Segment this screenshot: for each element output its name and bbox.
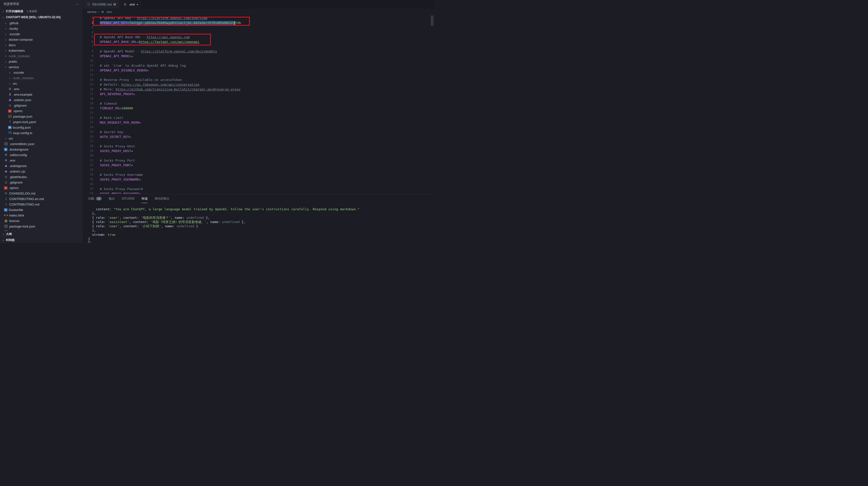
tree-file-tsconfig-json[interactable]: TStsconfig.json	[0, 125, 83, 130]
terminal-output[interactable]: content: "You are ChatGPT, a large langu…	[83, 203, 434, 243]
tree-file-dockerfile[interactable]: DDockerfile	[0, 207, 83, 212]
outline-section-header[interactable]: › 大纲	[0, 231, 83, 237]
code-line[interactable]: 3	[83, 25, 434, 30]
tree-file--commitlintrc-json[interactable]: {}.commitlintrc.json	[0, 141, 83, 147]
tree-file-contributing-en-md[interactable]: ↓CONTRIBUTING.en.md	[0, 196, 83, 202]
code-line[interactable]: 31# Socks Proxy Port	[83, 158, 434, 163]
code-line[interactable]: 6OPENAI_API_BASE_URL=https://fastgpt.run…	[83, 39, 434, 44]
code-line[interactable]: 26AUTH_SECRET_KEY=	[83, 134, 434, 139]
panel-tab-gitlens[interactable]: GITLENS	[122, 194, 134, 203]
tree-file--eslintrc-cjs[interactable]: ◆.eslintrc.cjs	[0, 169, 83, 174]
code-segment: # Socks Proxy Port	[100, 159, 135, 162]
panel-tab--[interactable]: 终端	[142, 194, 148, 203]
tree-file-package-json[interactable]: {}package.json	[0, 229, 83, 231]
code-line[interactable]: 21	[83, 111, 434, 115]
tree-file--gitattributes[interactable]: ◇.gitattributes	[0, 174, 83, 179]
code-line[interactable]: 2OPENAI_API_KEY=fastgpt-y6b3axfbdd5wyp01…	[83, 21, 434, 25]
project-root-header[interactable]: › CHATGPT-WEB [WSL: UBUNTU-22.04]	[0, 14, 83, 20]
code-line[interactable]: 33	[83, 168, 434, 172]
timeline-section-header[interactable]: › 时间线	[0, 237, 83, 243]
tree-file-changelog-md[interactable]: ↻CHANGELOG.md	[0, 191, 83, 196]
tree-file-package-lock-json[interactable]: {}package-lock.json	[0, 224, 83, 229]
tree-folder-src[interactable]: ›src	[0, 81, 83, 86]
code-line[interactable]: 13	[83, 73, 434, 78]
code-line[interactable]: 14# Reverse Proxy - Available on accessT…	[83, 78, 434, 82]
code-line[interactable]: 35SOCKS_PROXY_USERNAME=	[83, 177, 434, 182]
code-line[interactable]: 37# Socks Proxy Password	[83, 187, 434, 191]
panel-tab--[interactable]: 问题16	[88, 194, 102, 203]
code-line[interactable]: 8# OpenAI API Model - https://platform.o…	[83, 49, 434, 54]
code-line[interactable]: 4	[83, 30, 434, 35]
tree-folder-docker-compose[interactable]: ›docker-compose	[0, 37, 83, 42]
code-line[interactable]: 24	[83, 125, 434, 130]
code-line[interactable]: 20TIMEOUT_MS=100000	[83, 106, 434, 111]
tree-folder-public[interactable]: ›public	[0, 59, 83, 64]
dirty-indicator[interactable]: ●	[137, 3, 138, 6]
code-line[interactable]: 23MAX_REQUEST_PER_HOUR=	[83, 120, 434, 125]
tree-file--gitignore[interactable]: ◇.gitignore	[0, 179, 83, 185]
breadcrumb-item-env[interactable]: .env	[106, 10, 112, 14]
code-line[interactable]: 11# set `true` to disable OpenAI API deb…	[83, 63, 434, 68]
code-line[interactable]: 32SOCKS_PROXY_PORT=	[83, 163, 434, 168]
tree-file-index-html[interactable]: <>index.html	[0, 212, 83, 218]
editor-scrollbar-thumb[interactable]	[431, 16, 434, 26]
terminal-line: ],	[88, 228, 434, 232]
panel-tabbar: 问题16输出GITLENS终端调试控制台	[83, 194, 434, 203]
code-line[interactable]: 30	[83, 153, 434, 158]
tab-readme-md[interactable]: ⓘREADME.mdM	[83, 0, 120, 9]
code-line[interactable]: 27	[83, 139, 434, 144]
code-line[interactable]: 38SOCKS_PROXY_PASSWORD=	[83, 191, 434, 194]
tree-folder-service[interactable]: ›service	[0, 64, 83, 70]
code-line[interactable]: 5# OpenAI API Base URL - https://api.ope…	[83, 35, 434, 39]
tree-file-pnpm-lock-yaml[interactable]: !pnpm-lock.yaml	[0, 119, 83, 125]
tree-file-contributing-md[interactable]: ↓CONTRIBUTING.md	[0, 202, 83, 207]
code-line[interactable]: 22# Rate Limit	[83, 115, 434, 120]
tree-file--env-example[interactable]: $.env.example	[0, 92, 83, 97]
code-line[interactable]: 10	[83, 58, 434, 63]
tree-folder-node-modules[interactable]: ›node_modules	[0, 75, 83, 81]
code-line[interactable]: 12OPENAI_API_DISABLE_DEBUG=	[83, 68, 434, 73]
tree-file-package-json[interactable]: {}package.json	[0, 114, 83, 119]
tab--env[interactable]: ⚙.env●	[120, 0, 142, 9]
code-line[interactable]: 1# OpenAI API Key - https://platform.ope…	[83, 16, 434, 21]
code-line[interactable]: 15# Default: https://ai.fakeopen.com/api…	[83, 82, 434, 87]
code-line[interactable]: 28# Socks Proxy Host	[83, 144, 434, 149]
code-line[interactable]: 7	[83, 44, 434, 49]
code-line[interactable]: 9OPENAI_API_MODEL=	[83, 54, 434, 58]
code-line[interactable]: 16# More: https://github.com/transitive-…	[83, 87, 434, 92]
tree-folder-node-modules[interactable]: ›node_modules	[0, 53, 83, 59]
tree-file--npmrc[interactable]: n.npmrc	[0, 108, 83, 114]
tree-file--dockerignore[interactable]: D.dockerignore	[0, 147, 83, 152]
tree-folder--husky[interactable]: ›.husky	[0, 26, 83, 31]
open-editors-header[interactable]: › 打开的编辑器 1 未保存	[0, 8, 83, 14]
tree-file--env[interactable]: ⚙.env	[0, 158, 83, 163]
tree-folder-kubernetes[interactable]: ›kubernetes	[0, 48, 83, 53]
git-modified-badge: M	[113, 3, 116, 6]
tree-folder-docs[interactable]: ›docs	[0, 42, 83, 48]
code-line[interactable]: 36	[83, 182, 434, 187]
panel-tab--[interactable]: 调试控制台	[154, 194, 169, 203]
code-line[interactable]: 19# timeout	[83, 101, 434, 106]
code-line[interactable]: 34# Socks Proxy Username	[83, 172, 434, 177]
tree-folder--vscode[interactable]: ›.vscode	[0, 70, 83, 75]
more-actions-button[interactable]: ⋯	[75, 2, 80, 6]
tree-file--editorconfig[interactable]: ⚙.editorconfig	[0, 152, 83, 158]
tree-file--eslintignore[interactable]: ◆.eslintignore	[0, 163, 83, 169]
tree-file--npmrc[interactable]: n.npmrc	[0, 185, 83, 191]
tree-folder--vscode[interactable]: ›.vscode	[0, 31, 83, 37]
tree-file--eslintrc-json[interactable]: ◆.eslintrc.json	[0, 97, 83, 103]
code-line[interactable]: 29SOCKS_PROXY_HOST=	[83, 149, 434, 153]
code-editor[interactable]: 1# OpenAI API Key - https://platform.ope…	[83, 15, 434, 194]
tree-file--env[interactable]: ⚙.env	[0, 86, 83, 92]
code-text	[93, 111, 100, 115]
tree-file-license[interactable]: ▤license	[0, 218, 83, 224]
tree-folder-src[interactable]: ›src	[0, 136, 83, 141]
tree-file-tsup-config-ts[interactable]: TStsup.config.ts	[0, 130, 83, 136]
code-line[interactable]: 17API_REVERSE_PROXY=	[83, 92, 434, 96]
tree-file--gitignore[interactable]: ◇.gitignore	[0, 103, 83, 108]
code-line[interactable]: 18	[83, 96, 434, 101]
code-line[interactable]: 25# Secret key	[83, 130, 434, 134]
panel-tab--[interactable]: 输出	[109, 194, 115, 203]
breadcrumb-item-service[interactable]: service	[87, 10, 97, 14]
tree-folder--github[interactable]: ›.github	[0, 20, 83, 26]
